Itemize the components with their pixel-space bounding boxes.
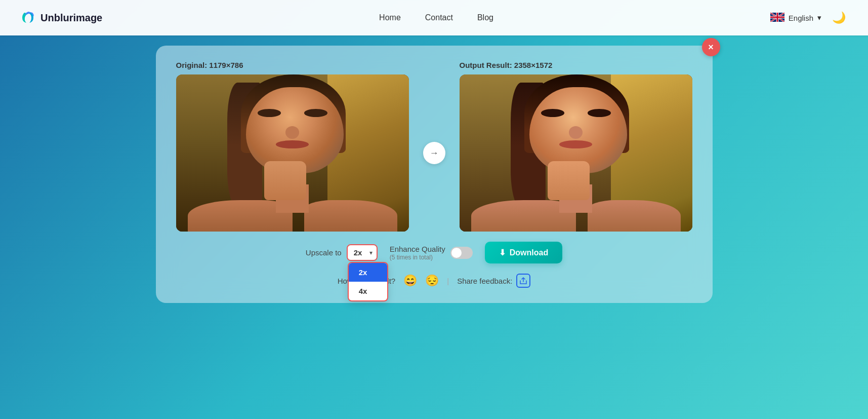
- moon-icon: 🌙: [832, 11, 846, 24]
- main-content: × Original: 1179×786: [0, 35, 868, 318]
- nav-home[interactable]: Home: [379, 13, 401, 22]
- logo[interactable]: Unblurimage: [20, 10, 102, 26]
- enhance-label-block: Enhance Quality (5 times in total): [390, 245, 445, 261]
- nav-blog[interactable]: Blog: [477, 13, 493, 22]
- feedback-divider: |: [447, 277, 449, 285]
- close-icon: ×: [708, 42, 714, 53]
- feedback-share: Share feedback:: [457, 274, 530, 288]
- flag-icon: [770, 13, 784, 23]
- upscale-dropdown: 2x 4x: [348, 262, 388, 301]
- navbar-center: Home Contact Blog: [102, 13, 770, 22]
- feedback-row: How's the result? 😄 😔 | Share feedback:: [176, 274, 692, 288]
- share-label: Share feedback:: [457, 277, 512, 285]
- enhance-toggle[interactable]: [450, 247, 473, 259]
- dark-mode-button[interactable]: 🌙: [830, 9, 848, 27]
- output-image-box: [460, 74, 692, 232]
- original-label: Original: 1179×786: [176, 61, 409, 69]
- download-label: Download: [510, 248, 548, 257]
- enhance-control: Enhance Quality (5 times in total): [390, 245, 473, 261]
- share-feedback-button[interactable]: [516, 274, 530, 288]
- share-icon: [519, 277, 527, 285]
- feedback-sad-button[interactable]: 😔: [425, 274, 439, 287]
- download-icon: ⬇: [499, 248, 506, 257]
- language-label: English: [789, 14, 813, 22]
- portrait-bg-output: [460, 74, 692, 232]
- language-selector[interactable]: English ▾: [770, 13, 821, 23]
- arrow-icon: →: [430, 148, 439, 159]
- upscale-select[interactable]: 2x 4x: [348, 245, 377, 260]
- result-panel: × Original: 1179×786: [156, 46, 713, 303]
- original-image-container: Original: 1179×786: [176, 61, 409, 232]
- portrait-bg-original: [176, 74, 409, 232]
- enhance-label: Enhance Quality: [390, 245, 445, 254]
- output-image-container: Output Result: 2358×1572: [460, 61, 692, 232]
- close-button[interactable]: ×: [702, 38, 720, 56]
- arrow-divider: →: [419, 142, 449, 164]
- original-image-box: [176, 74, 409, 232]
- dropdown-option-2x[interactable]: 2x: [349, 263, 387, 282]
- enhance-sublabel: (5 times in total): [390, 254, 445, 261]
- logo-icon: [20, 10, 36, 26]
- uk-flag: [770, 13, 784, 22]
- arrow-circle: →: [423, 142, 445, 164]
- output-label: Output Result: 2358×1572: [460, 61, 692, 69]
- nav-contact[interactable]: Contact: [425, 13, 453, 22]
- logo-text: Unblurimage: [40, 12, 102, 24]
- dropdown-option-4x[interactable]: 4x: [349, 282, 387, 300]
- download-button[interactable]: ⬇ Download: [485, 242, 562, 263]
- images-row: Original: 1179×786: [176, 61, 692, 232]
- upscale-label: Upscale to: [306, 248, 342, 257]
- chevron-down-icon: ▾: [817, 13, 821, 22]
- feedback-happy-button[interactable]: 😄: [403, 274, 417, 287]
- navbar-right: English ▾ 🌙: [770, 9, 848, 27]
- upscale-control: Upscale to 2x 4x ▾ 2x 4x: [306, 244, 378, 261]
- controls-row: Upscale to 2x 4x ▾ 2x 4x En: [176, 242, 692, 263]
- upscale-select-wrapper[interactable]: 2x 4x ▾ 2x 4x: [347, 244, 378, 261]
- navbar: Unblurimage Home Contact Blog English ▾ …: [0, 0, 868, 35]
